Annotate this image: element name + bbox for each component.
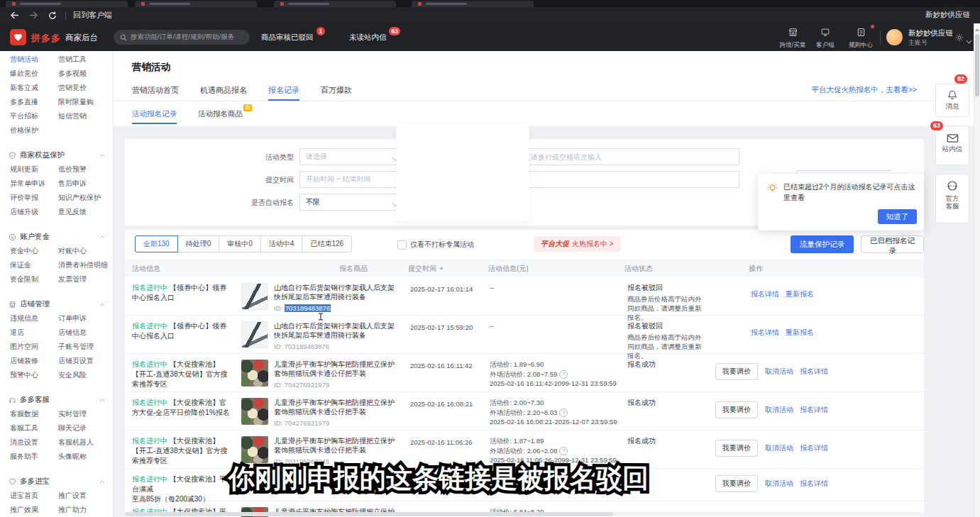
promo-signup-link[interactable]: 平台大促火热报名中，去看看>>: [811, 85, 917, 95]
sidebar-item[interactable]: 发票管理: [58, 274, 87, 284]
sidebar-item[interactable]: 违规信息: [10, 313, 58, 323]
vertical-scrollbar-thumb[interactable]: [975, 34, 979, 96]
selected-product-id[interactable]: 703189483876: [285, 304, 331, 312]
forward-icon[interactable]: [29, 11, 38, 19]
sidebar-item[interactable]: 平台招标: [10, 111, 58, 121]
tab-marketing-home[interactable]: 营销活动首页: [132, 79, 179, 101]
sidebar-item[interactable]: 安全风险: [58, 370, 87, 380]
signup-detail-link[interactable]: 报名详情: [800, 479, 828, 487]
sidebar-item[interactable]: 对账中心: [58, 246, 87, 256]
segment-pending[interactable]: 待处理0: [177, 235, 220, 252]
info-icon[interactable]: [559, 370, 568, 379]
sidebar-item[interactable]: 营销工具: [58, 55, 87, 65]
rules-center-button[interactable]: 规则中心: [844, 27, 877, 50]
sidebar-item[interactable]: 保证金: [10, 260, 58, 270]
vertical-scrollbar[interactable]: [974, 23, 980, 517]
exclusive-filter-checkbox[interactable]: 仅看不打标专属活动: [397, 240, 474, 250]
sidebar-item[interactable]: 意见反馈: [58, 207, 87, 217]
secondary-id-input[interactable]: [497, 171, 739, 188]
auto-signup-select[interactable]: 不限: [299, 194, 403, 211]
cancel-activity-link[interactable]: 取消活动: [765, 406, 793, 413]
archived-records-button[interactable]: 已归档报名记录: [861, 235, 924, 253]
chevron-down-icon[interactable]: [966, 34, 972, 47]
reload-icon[interactable]: [48, 11, 57, 20]
sidebar-section-service[interactable]: 多多客服: [0, 393, 113, 407]
segment-reviewing[interactable]: 审核中0: [219, 235, 261, 252]
sidebar-item[interactable]: 规则更新: [10, 165, 58, 174]
tab-opportunity-signup[interactable]: 机遇商品报名: [200, 79, 247, 101]
avatar[interactable]: [886, 29, 903, 45]
sidebar-item[interactable]: 店铺升级: [10, 207, 58, 217]
sidebar-item[interactable]: 多多视频: [58, 69, 87, 79]
subtab-activity-records[interactable]: 活动报名记录: [132, 101, 177, 126]
segment-all[interactable]: 全部130: [135, 235, 178, 252]
sidebar-item[interactable]: 店铺装修: [10, 356, 58, 366]
sidebar-section-jinbao[interactable]: 多多进宝: [0, 474, 113, 489]
cancel-activity-link[interactable]: 取消活动: [765, 479, 793, 487]
browser-tab[interactable]: [274, 1, 396, 7]
cancel-activity-link[interactable]: 取消活动: [765, 444, 793, 452]
back-icon[interactable]: [10, 11, 19, 19]
sidebar-item[interactable]: 进宝首页: [10, 491, 58, 501]
client-app-button[interactable]: 客户端: [812, 27, 839, 50]
messages-button[interactable]: 消息: [935, 84, 969, 117]
sidebar-item[interactable]: 评价举报: [10, 193, 58, 203]
hot-promo-pill[interactable]: 平台大促火热报名中 >: [534, 236, 621, 252]
site-mail-button[interactable]: 站内信: [935, 126, 969, 165]
col-submit-time[interactable]: 提交时间: [408, 264, 444, 274]
official-service-button[interactable]: 官方客服: [935, 174, 969, 223]
sidebar-item[interactable]: 头像昵称: [58, 452, 87, 462]
signup-detail-link[interactable]: 报名详情: [800, 444, 828, 452]
global-search-input[interactable]: 搜索功能/订单/课程/规则/帮助/服务: [114, 30, 250, 45]
sidebar-item[interactable]: 价格保护: [10, 126, 58, 135]
cancel-activity-link[interactable]: 取消活动: [765, 367, 793, 375]
sidebar-item[interactable]: 推广助力: [58, 505, 87, 515]
signup-detail-link[interactable]: 报名详情: [751, 328, 779, 336]
traffic-protection-button[interactable]: 流量保护记录: [791, 235, 854, 253]
sidebar-item[interactable]: 资金中心: [10, 246, 58, 256]
activity-type-select[interactable]: 请选择: [299, 148, 403, 165]
re-signup-link[interactable]: 重新报名: [786, 328, 814, 336]
unread-mail-link[interactable]: 未读站内信: [349, 33, 387, 43]
sidebar-item[interactable]: 聊天记录: [58, 423, 87, 433]
signup-detail-link[interactable]: 报名详情: [800, 406, 828, 413]
sidebar-item[interactable]: 店铺页设置: [58, 356, 94, 366]
info-icon[interactable]: [559, 408, 568, 417]
sidebar-item[interactable]: 消息设置: [10, 438, 58, 447]
sidebar-item[interactable]: 异常单申诉: [10, 179, 58, 189]
adjust-price-button[interactable]: 我要调价: [715, 440, 758, 457]
sidebar-item[interactable]: 资金限制: [10, 274, 58, 284]
sidebar-item[interactable]: 客服工具: [10, 423, 58, 433]
scroll-up-arrow[interactable]: [975, 26, 979, 31]
sidebar-item[interactable]: 退店: [10, 328, 58, 338]
cross-border-button[interactable]: 跨境/买菜: [776, 27, 809, 50]
sidebar-item[interactable]: 营销竞价: [58, 83, 87, 93]
sidebar-item[interactable]: 多多直播: [10, 97, 58, 107]
adjust-price-button[interactable]: 我要调价: [715, 401, 758, 418]
gear-icon[interactable]: [955, 32, 964, 45]
activity-id-input[interactable]: [497, 148, 739, 165]
tab-million-bestsellers[interactable]: 百万爆款: [321, 79, 352, 101]
re-signup-link[interactable]: 重新报名: [786, 290, 814, 298]
signup-detail-link[interactable]: 报名详情: [751, 290, 779, 298]
sidebar-item[interactable]: 子账号管理: [58, 342, 94, 352]
browser-tab[interactable]: [135, 1, 257, 7]
sidebar-item[interactable]: 服务助手: [10, 452, 58, 462]
sidebar-item[interactable]: 图片空间: [10, 342, 58, 352]
sidebar-item[interactable]: 推广设置: [58, 491, 87, 501]
segment-ended[interactable]: 已结束126: [302, 235, 352, 252]
sidebar-item[interactable]: 预警中心: [10, 370, 58, 380]
browser-profile-label[interactable]: 新妙妙供应链: [925, 10, 970, 20]
horizontal-scrollbar-thumb[interactable]: [125, 512, 613, 516]
subtab-activity-products[interactable]: 活动报名商品新: [198, 101, 243, 126]
sidebar-item[interactable]: 低价预警: [58, 165, 87, 174]
signup-detail-link[interactable]: 报名详情: [800, 367, 828, 375]
sidebar-section-shop[interactable]: 店铺管理: [0, 297, 113, 311]
sidebar-item-marketing-activity[interactable]: 营销活动: [10, 55, 58, 65]
sidebar-item[interactable]: 客服数据: [10, 409, 58, 419]
adjust-price-button[interactable]: 我要调价: [715, 475, 758, 492]
pinduoduo-logo-icon[interactable]: [10, 29, 26, 45]
segment-active[interactable]: 活动中4: [260, 235, 303, 252]
sidebar-item[interactable]: 短信营销: [58, 111, 87, 121]
tab-signup-records[interactable]: 报名记录: [268, 79, 299, 101]
